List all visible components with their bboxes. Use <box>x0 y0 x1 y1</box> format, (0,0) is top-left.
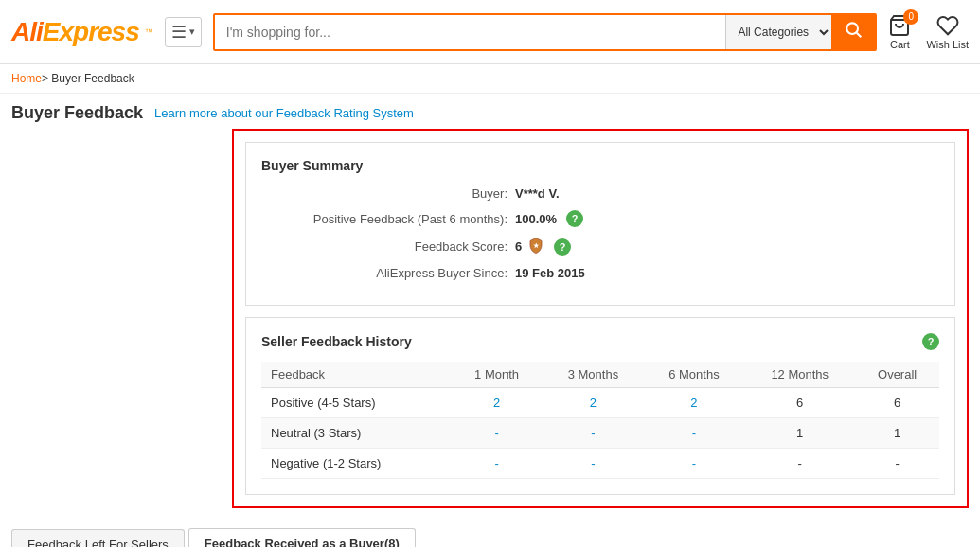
cart-label: Cart <box>890 39 910 50</box>
row-label: Positive (4-5 Stars) <box>261 388 451 418</box>
shield-badge-icon: ★ <box>527 237 544 256</box>
positive-value: 100.0% <box>515 212 557 226</box>
main-content: Buyer Summary Buyer: V***d V. Positive F… <box>232 129 969 508</box>
menu-icon: ☰ <box>171 22 187 43</box>
wishlist-button[interactable]: Wish List <box>926 14 969 50</box>
col-3months: 3 Months <box>543 362 644 388</box>
col-12months: 12 Months <box>744 362 855 388</box>
search-input[interactable] <box>215 15 726 49</box>
positive-help-icon[interactable]: ? <box>566 210 583 227</box>
search-icon <box>844 20 863 44</box>
cart-badge: 0 <box>903 9 918 25</box>
seller-history: Seller Feedback History ? Feedback 1 Mon… <box>245 317 955 495</box>
row-12months: 1 <box>744 418 855 449</box>
page-title-row: Buyer Feedback Learn more about our Feed… <box>0 94 980 129</box>
history-table: Feedback 1 Month 3 Months 6 Months 12 Mo… <box>261 362 939 479</box>
since-label: AliExpress Buyer Since: <box>261 266 508 280</box>
score-label: Feedback Score: <box>261 239 508 254</box>
cart-button[interactable]: 0 Cart <box>888 14 911 50</box>
col-1month: 1 Month <box>451 362 543 388</box>
row-1month[interactable]: 2 <box>451 388 543 418</box>
feedback-score-row: Feedback Score: 6 ★ ? <box>261 237 939 256</box>
header: AliExpress ™ ☰ ▾ All Categories <box>0 0 980 64</box>
seller-history-header: Seller Feedback History ? <box>261 333 939 350</box>
row-label: Negative (1-2 Stars) <box>261 449 451 479</box>
buyer-label: Buyer: <box>261 186 508 201</box>
row-6months[interactable]: - <box>644 418 745 449</box>
tab-feedback-received[interactable]: Feedback Received as a Buyer(8) <box>188 528 416 547</box>
buyer-row: Buyer: V***d V. <box>261 186 939 201</box>
row-overall: - <box>855 449 939 479</box>
logo: AliExpress ™ <box>11 17 153 47</box>
table-row: Positive (4-5 Stars) 2 2 2 6 6 <box>261 388 939 418</box>
breadcrumb: Home> Buyer Feedback <box>0 64 980 94</box>
breadcrumb-home[interactable]: Home <box>11 72 42 85</box>
row-12months: - <box>744 449 855 479</box>
positive-feedback-row: Positive Feedback (Past 6 months): 100.0… <box>261 210 939 227</box>
score-help-icon[interactable]: ? <box>554 238 571 256</box>
history-help-icon[interactable]: ? <box>922 333 939 350</box>
row-1month[interactable]: - <box>451 449 543 479</box>
row-3months[interactable]: - <box>543 418 644 449</box>
category-select[interactable]: All Categories <box>725 15 831 49</box>
col-6months: 6 Months <box>644 362 745 388</box>
since-value: 19 Feb 2015 <box>515 266 585 280</box>
row-3months[interactable]: - <box>543 449 644 479</box>
search-button[interactable] <box>831 15 875 49</box>
wishlist-label: Wish List <box>926 39 969 50</box>
buyer-value: V***d V. <box>515 186 560 201</box>
buyer-summary-title: Buyer Summary <box>261 158 939 173</box>
score-value: 6 <box>515 239 522 254</box>
row-label: Neutral (3 Stars) <box>261 418 451 449</box>
tabs-row: Feedback Left For Sellers Feedback Recei… <box>0 516 980 547</box>
menu-chevron-icon: ▾ <box>189 26 195 38</box>
since-row: AliExpress Buyer Since: 19 Feb 2015 <box>261 266 939 280</box>
row-3months[interactable]: 2 <box>543 388 644 418</box>
logo-text: AliExpress <box>11 17 139 47</box>
tab-feedback-left[interactable]: Feedback Left For Sellers <box>11 529 185 547</box>
row-overall: 6 <box>855 388 939 418</box>
breadcrumb-current: Buyer Feedback <box>51 72 134 85</box>
svg-text:★: ★ <box>533 242 540 249</box>
positive-label: Positive Feedback (Past 6 months): <box>261 212 508 226</box>
row-6months[interactable]: - <box>644 449 745 479</box>
row-1month[interactable]: - <box>451 418 543 449</box>
svg-point-0 <box>847 23 859 34</box>
feedback-rating-link[interactable]: Learn more about our Feedback Rating Sys… <box>154 106 414 120</box>
page-title: Buyer Feedback <box>11 103 143 123</box>
svg-line-1 <box>857 33 862 38</box>
row-12months: 6 <box>744 388 855 418</box>
table-header-row: Feedback 1 Month 3 Months 6 Months 12 Mo… <box>261 362 939 388</box>
col-feedback: Feedback <box>261 362 451 388</box>
row-overall: 1 <box>855 418 939 449</box>
menu-button[interactable]: ☰ ▾ <box>165 17 202 47</box>
col-overall: Overall <box>855 362 939 388</box>
buyer-summary: Buyer Summary Buyer: V***d V. Positive F… <box>245 142 955 306</box>
row-6months[interactable]: 2 <box>644 388 745 418</box>
header-icons: 0 Cart Wish List <box>888 14 969 50</box>
search-bar: All Categories <box>213 13 878 51</box>
table-row: Neutral (3 Stars) - - - 1 1 <box>261 418 939 449</box>
seller-history-title: Seller Feedback History <box>261 334 412 349</box>
table-row: Negative (1-2 Stars) - - - - - <box>261 449 939 479</box>
